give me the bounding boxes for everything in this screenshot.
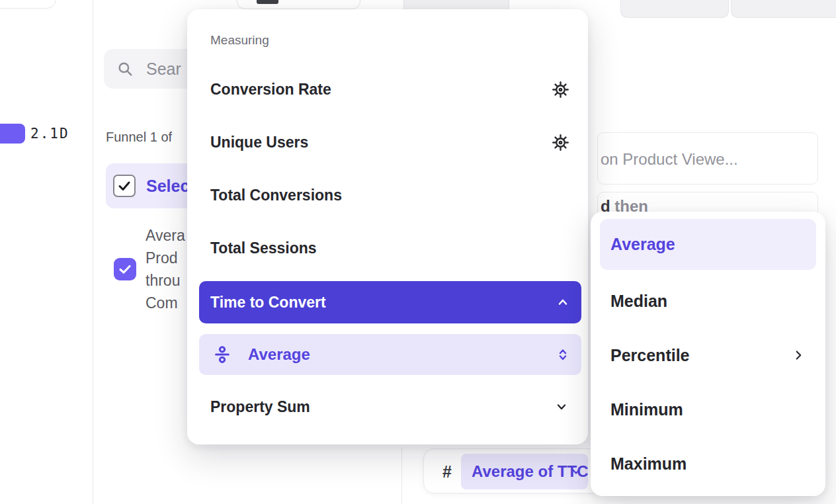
- divide-icon: [199, 345, 232, 364]
- metric-description: Avera Prod throu Com: [146, 224, 185, 314]
- chevron-down-icon: [569, 465, 583, 478]
- agg-item-maximum[interactable]: Maximum: [610, 452, 806, 475]
- aggregation-menu: Average Median Percentile Minimum Maximu…: [591, 212, 825, 496]
- select-all-label: Selec: [146, 163, 189, 208]
- measuring-menu-title: Measuring: [210, 33, 269, 48]
- metric-description-line: Com: [146, 292, 185, 314]
- chevron-right-icon: [791, 348, 806, 362]
- metric-value-dropdown[interactable]: Average of TTC: [461, 454, 588, 489]
- top-center-dark-toggle[interactable]: [257, 0, 278, 4]
- measuring-menu: Measuring Conversion Rate Unique Users T…: [187, 9, 588, 444]
- gear-icon[interactable]: [552, 134, 569, 151]
- menu-item-label: Time to Convert: [199, 294, 326, 312]
- search-placeholder: Sear: [146, 49, 181, 89]
- series-color-swatch[interactable]: [0, 124, 25, 144]
- menu-item-label: Total Sessions: [210, 239, 317, 257]
- numeric-type-prefix: #: [442, 449, 452, 494]
- top-right-segment-right[interactable]: [731, 0, 836, 18]
- funnel-step-event-text: on Product Viewe...: [601, 133, 738, 185]
- metric-description-line: Prod: [146, 247, 185, 269]
- agg-item-median[interactable]: Median: [610, 290, 806, 312]
- top-right-segment-left[interactable]: [620, 0, 729, 18]
- menu-item-label: Conversion Rate: [210, 81, 331, 99]
- metric-description-line: Avera: [146, 224, 185, 247]
- menu-item-total-sessions[interactable]: Total Sessions: [210, 237, 569, 259]
- menu-item-total-conversions[interactable]: Total Conversions: [210, 184, 569, 206]
- top-left-card-corner: [0, 0, 56, 9]
- select-all-checkbox[interactable]: [113, 175, 136, 197]
- menu-item-label: Maximum: [610, 454, 687, 474]
- agg-item-percentile[interactable]: Percentile: [610, 344, 806, 366]
- search-icon: [116, 60, 134, 77]
- menu-item-label: Average: [610, 235, 675, 254]
- menu-item-label: Property Sum: [210, 398, 310, 416]
- funnel-builder-screen: Sear 2.1D Funnel 1 of Selec Avera Prod t…: [0, 0, 836, 504]
- menu-item-conversion-rate[interactable]: Conversion Rate: [210, 78, 569, 101]
- top-center-control[interactable]: [237, 0, 360, 9]
- menu-item-label: Average: [232, 345, 310, 364]
- menu-item-time-to-convert[interactable]: Time to Convert: [199, 281, 581, 323]
- metric-checkbox[interactable]: [114, 258, 136, 280]
- select-all-row[interactable]: Selec: [106, 163, 198, 208]
- menu-item-label: Percentile: [610, 346, 690, 365]
- sort-updown-icon: [555, 347, 571, 362]
- menu-item-unique-users[interactable]: Unique Users: [210, 131, 569, 153]
- menu-item-label: Total Conversions: [210, 187, 342, 204]
- series-badge-label: 2.1D: [30, 124, 69, 144]
- menu-item-label: Minimum: [610, 400, 683, 419]
- metric-description-line: throu: [146, 269, 185, 292]
- center-column-divider: [401, 448, 402, 504]
- funnel-count-label: Funnel 1 of: [106, 130, 172, 145]
- agg-item-minimum[interactable]: Minimum: [610, 398, 806, 421]
- chevron-up-icon: [555, 294, 571, 310]
- menu-item-label: Median: [610, 292, 667, 311]
- menu-item-label: Unique Users: [210, 134, 308, 151]
- gear-icon[interactable]: [552, 81, 569, 99]
- chevron-down-icon: [554, 399, 569, 415]
- menu-item-property-sum[interactable]: Property Sum: [210, 396, 569, 418]
- funnel-step-card[interactable]: on Product Viewe...: [597, 132, 818, 185]
- menu-item-ttc-average[interactable]: Average: [199, 334, 581, 375]
- agg-item-average[interactable]: Average: [600, 219, 816, 270]
- left-column-divider: [93, 0, 93, 504]
